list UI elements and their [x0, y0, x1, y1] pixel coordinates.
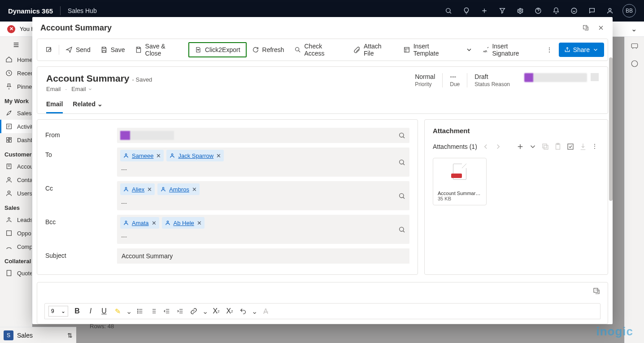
save-and-close-button[interactable]: Save & Close [131, 42, 187, 57]
nav-sales-accel[interactable]: Sales [0, 106, 32, 120]
nav-activities[interactable]: Activit [0, 120, 32, 133]
add-dropdown-icon[interactable] [529, 143, 537, 151]
avatar[interactable]: BB [622, 4, 636, 17]
superscript-button[interactable]: X2 [212, 307, 221, 316]
link-dropdown[interactable]: ⌄ [203, 307, 207, 316]
bullets-button[interactable] [135, 307, 144, 316]
due-field[interactable]: ---Due [442, 73, 467, 87]
nav-quotes[interactable]: Quote [0, 266, 32, 280]
highlight-dropdown[interactable]: ⌄ [126, 307, 131, 316]
subject-input[interactable] [117, 248, 409, 264]
nav-accounts[interactable]: Accou [0, 160, 32, 173]
prev-icon [482, 143, 490, 151]
from-label: From [45, 128, 113, 139]
attachment-tile[interactable]: Account Summary.pdf 35 KB [433, 158, 487, 205]
indent-button[interactable] [176, 307, 185, 316]
record-header: Account Summary - Saved Email · Email No… [37, 66, 608, 114]
svg-rect-29 [544, 145, 548, 149]
more-commands[interactable]: ⋮ [542, 42, 557, 57]
insert-signature-button[interactable]: Insert Signature [478, 42, 541, 57]
attach-file-button[interactable]: Attach File [349, 42, 398, 57]
nav-dashboards[interactable]: Dashb [0, 133, 32, 147]
select-all-icon[interactable] [566, 143, 574, 151]
hamburger-icon[interactable] [0, 37, 32, 53]
svg-rect-11 [7, 231, 12, 236]
more-icon[interactable]: ⋮ [592, 143, 600, 151]
from-field[interactable] [117, 128, 409, 143]
cc-field[interactable]: Aliex✕ Ambros✕ --- [117, 181, 409, 210]
svg-rect-33 [568, 144, 573, 149]
svg-point-23 [125, 187, 127, 189]
search-icon[interactable] [398, 132, 405, 139]
undo-dropdown[interactable]: ⌄ [252, 307, 257, 316]
nav-users[interactable]: Users [0, 187, 32, 200]
copilot-icon[interactable] [625, 37, 644, 55]
remove-icon[interactable]: ✕ [216, 152, 221, 159]
refresh-button[interactable]: Refresh [248, 42, 289, 57]
close-icon[interactable] [597, 24, 605, 31]
from-redacted [120, 131, 174, 140]
brand-separator [60, 6, 61, 15]
teams-icon[interactable] [625, 55, 644, 73]
bcc-label: Bcc [45, 215, 113, 226]
numbering-button[interactable] [149, 307, 158, 316]
save-button[interactable]: Save [96, 42, 130, 57]
search-icon[interactable] [398, 159, 405, 166]
svg-point-10 [8, 217, 10, 219]
remove-icon[interactable]: ✕ [156, 152, 161, 159]
area-switcher[interactable]: S Sales ⇅ [0, 327, 76, 343]
bcc-field[interactable]: Amata✕ Ab Hele✕ --- [117, 215, 409, 244]
click2export-button[interactable]: Click2Export [188, 42, 247, 57]
italic-button[interactable]: I [86, 307, 95, 316]
svg-point-3 [571, 8, 577, 13]
remove-icon[interactable]: ✕ [152, 220, 157, 226]
undo-button[interactable] [239, 307, 248, 316]
template-dropdown[interactable] [461, 42, 477, 57]
nav-contacts[interactable]: Conta [0, 173, 32, 187]
nav-competitors[interactable]: Comp [0, 240, 32, 253]
nav-recent[interactable]: Recen [0, 66, 32, 80]
to-field[interactable]: Sameee✕ Jack Sparrow✕ --- [117, 148, 409, 177]
popout-icon[interactable] [582, 24, 589, 31]
form-selector[interactable]: Email [71, 86, 92, 92]
open-record-button[interactable] [41, 42, 57, 57]
nav-opportunities[interactable]: Oppo [0, 226, 32, 240]
nav-pinned[interactable]: Pinne [0, 80, 32, 93]
record-title: Account Summary - Saved [46, 73, 152, 84]
insert-template-button[interactable]: Insert Template [399, 42, 461, 57]
nav-home[interactable]: Home [0, 53, 32, 66]
bold-button[interactable]: B [73, 307, 82, 316]
underline-button[interactable]: U [100, 307, 109, 316]
search-icon[interactable] [398, 192, 405, 200]
svg-rect-15 [583, 26, 587, 29]
remove-icon[interactable]: ✕ [197, 220, 202, 226]
share-button[interactable]: Share [559, 43, 604, 57]
font-size-selector[interactable]: 9⌄ [48, 306, 68, 317]
send-button[interactable]: Send [61, 42, 95, 57]
tab-email[interactable]: Email [46, 100, 63, 113]
svg-rect-30 [543, 144, 547, 148]
subject-label: Subject [45, 248, 113, 259]
status-reason-field[interactable]: DraftStatus Reason [467, 73, 517, 87]
nav-leads[interactable]: Leads [0, 213, 32, 226]
svg-rect-34 [594, 288, 598, 292]
remove-icon[interactable]: ✕ [192, 186, 197, 193]
check-access-button[interactable]: Check Access [290, 42, 348, 57]
subscript-button[interactable]: X2 [225, 307, 234, 316]
search-icon[interactable] [398, 226, 405, 233]
pdf-icon [453, 164, 466, 180]
priority-field[interactable]: NormalPriority [408, 73, 442, 87]
highlight-button[interactable]: ✎ [113, 307, 122, 316]
svg-point-36 [138, 311, 138, 311]
clear-format-button[interactable]: A̶ [261, 307, 270, 316]
remove-icon[interactable]: ✕ [147, 186, 152, 193]
chevron-down-icon[interactable]: ⌄ [631, 25, 637, 33]
outdent-button[interactable] [162, 307, 171, 316]
expand-editor-icon[interactable] [592, 287, 600, 295]
tab-related[interactable]: Related⌄ [73, 100, 103, 113]
link-button[interactable] [189, 307, 198, 316]
svg-point-28 [400, 227, 404, 231]
add-attachment-icon[interactable] [516, 143, 524, 151]
owner-redacted [524, 73, 587, 82]
expand-icon[interactable]: ⇅ [67, 332, 73, 339]
